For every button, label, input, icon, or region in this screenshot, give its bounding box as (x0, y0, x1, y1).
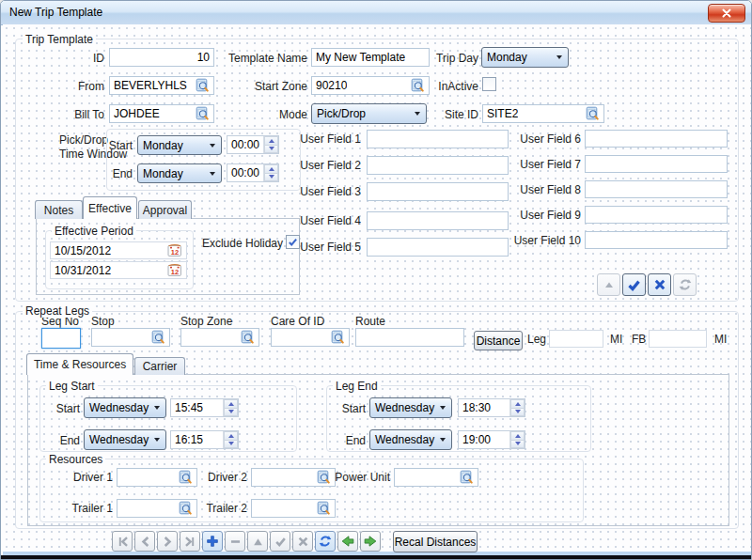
tw-end-time-field[interactable]: 00:00 (227, 163, 279, 182)
distance-button[interactable]: Distance (474, 331, 523, 350)
tw-start-day-select[interactable]: Monday (137, 135, 222, 155)
spin-up-icon[interactable] (224, 399, 238, 408)
effective-from-date-field[interactable]: 10/15/2012 12 (50, 241, 187, 259)
lookup-icon[interactable] (460, 470, 474, 485)
lookup-icon[interactable] (331, 330, 345, 345)
template-name-field[interactable]: My New Template (311, 48, 430, 67)
cancel-button[interactable] (648, 273, 671, 296)
calendar-icon[interactable]: 12 (167, 263, 182, 277)
user-field-1[interactable] (367, 130, 509, 148)
leg-end-start-time-field[interactable]: 18:30 (458, 398, 525, 417)
user-field-5[interactable] (367, 238, 509, 257)
calendar-icon[interactable]: 12 (167, 243, 182, 257)
cancel-edit-button[interactable] (292, 531, 313, 552)
leg-end-end-time-field[interactable]: 19:00 (458, 430, 525, 449)
accept-button[interactable] (622, 273, 646, 296)
user-field-4[interactable] (367, 211, 509, 230)
next-leg-button[interactable] (360, 531, 381, 552)
exclude-holiday-checkbox[interactable] (286, 235, 300, 249)
trailer1-field[interactable] (117, 499, 197, 518)
recal-distances-label: Recal Distances (395, 536, 477, 549)
spin-up-icon[interactable] (264, 136, 278, 145)
leg-field[interactable] (549, 330, 603, 348)
leg-start-end-day-select[interactable]: Wednesday (84, 429, 166, 450)
x-icon (653, 278, 666, 291)
user-field-3[interactable] (367, 182, 509, 201)
chevron-down-icon (210, 144, 215, 148)
driver1-field[interactable] (117, 468, 197, 487)
spin-down-icon[interactable] (264, 145, 278, 154)
collapse-button[interactable] (597, 273, 620, 296)
stop-zone-field[interactable] (180, 328, 259, 347)
trip-day-select[interactable]: Monday (481, 47, 569, 68)
prev-leg-button[interactable] (337, 531, 358, 552)
driver2-field[interactable] (251, 468, 336, 487)
template-name-value: My New Template (316, 51, 405, 64)
user-field-10[interactable] (585, 231, 728, 249)
care-of-id-field[interactable] (271, 328, 350, 347)
user-field-8[interactable] (585, 180, 728, 198)
inactive-checkbox[interactable] (482, 77, 496, 91)
stop-field[interactable] (91, 328, 170, 347)
refresh-button[interactable] (315, 531, 336, 552)
close-button[interactable] (708, 4, 745, 23)
route-field[interactable] (355, 328, 464, 347)
user-field-9[interactable] (585, 206, 728, 224)
leg-start-start-day-value: Wednesday (89, 401, 149, 414)
leg-start-end-time-field[interactable]: 16:15 (170, 430, 239, 449)
user-field-6[interactable] (585, 130, 728, 148)
site-id-field[interactable]: SITE2 (482, 104, 604, 123)
id-field[interactable]: 10 (109, 48, 214, 67)
lookup-icon[interactable] (586, 106, 600, 121)
tw-end-day-select[interactable]: Monday (137, 163, 222, 183)
first-record-button[interactable] (112, 531, 133, 552)
delete-record-button[interactable] (225, 531, 245, 552)
leg-end-end-day-select[interactable]: Wednesday (369, 429, 452, 450)
distance-button-label: Distance (477, 334, 521, 348)
spin-down-icon[interactable] (510, 408, 525, 417)
lookup-icon[interactable] (317, 470, 331, 485)
recal-distances-button[interactable]: Recal Distances (393, 531, 478, 552)
edit-record-button[interactable] (247, 531, 268, 552)
effective-to-date-field[interactable]: 10/31/2012 12 (50, 261, 187, 279)
tab-approval[interactable]: Approval (138, 200, 192, 219)
user-field-2[interactable] (367, 156, 509, 175)
lookup-icon[interactable] (196, 106, 210, 121)
leg-start-start-day-select[interactable]: Wednesday (84, 397, 166, 418)
next-record-button[interactable] (157, 531, 178, 552)
seq-no-field[interactable] (41, 328, 81, 349)
lookup-icon[interactable] (317, 501, 331, 516)
spin-up-icon[interactable] (510, 399, 525, 408)
save-record-button[interactable] (270, 531, 290, 552)
power-unit-field[interactable] (394, 468, 478, 487)
spin-down-icon[interactable] (510, 440, 525, 449)
spin-down-icon[interactable] (264, 173, 278, 182)
tab-time-resources[interactable]: Time & Resources (26, 353, 133, 375)
bill-to-field[interactable]: JOHDEE (109, 104, 214, 123)
lookup-icon[interactable] (196, 78, 210, 93)
tab-notes[interactable]: Notes (35, 200, 83, 219)
spin-down-icon[interactable] (224, 440, 238, 449)
lookup-icon[interactable] (241, 330, 255, 345)
spin-up-icon[interactable] (224, 431, 238, 440)
from-field[interactable]: BEVERLYHLS (109, 76, 214, 95)
lookup-icon[interactable] (151, 330, 165, 345)
chevron-down-icon (154, 406, 160, 410)
tab-carrier[interactable]: Carrier (134, 357, 185, 375)
spin-up-icon[interactable] (264, 164, 278, 173)
trailer2-field[interactable] (251, 499, 336, 518)
leg-end-start-day-select[interactable]: Wednesday (369, 397, 452, 418)
mode-select[interactable]: Pick/Drop (311, 103, 427, 124)
spin-down-icon[interactable] (224, 408, 238, 417)
tw-start-time-field[interactable]: 00:00 (227, 135, 279, 154)
add-record-button[interactable] (202, 531, 223, 552)
fb-field[interactable] (649, 330, 707, 348)
user-field-7[interactable] (585, 155, 728, 173)
spin-up-icon[interactable] (510, 431, 525, 440)
refresh-button-header[interactable] (673, 273, 697, 296)
leg-start-start-time-field[interactable]: 15:45 (170, 398, 239, 417)
last-record-button[interactable] (180, 531, 200, 552)
prev-record-button[interactable] (134, 531, 155, 552)
start-zone-field[interactable]: 90210 (311, 76, 430, 95)
tab-effective[interactable]: Effective (83, 196, 137, 219)
